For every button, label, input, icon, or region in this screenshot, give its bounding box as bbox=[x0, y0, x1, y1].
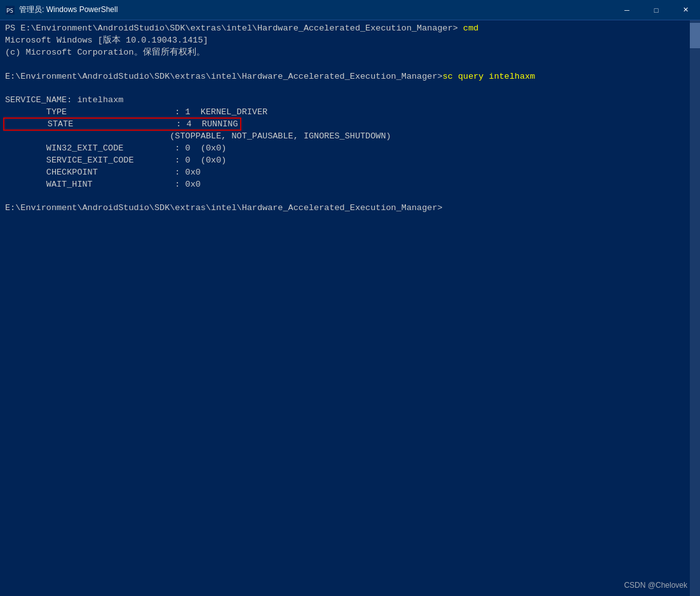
state-line: STATE : 4 RUNNING bbox=[5, 119, 239, 129]
scrollbar-thumb[interactable] bbox=[690, 23, 700, 48]
scrollbar[interactable] bbox=[690, 20, 700, 596]
prompt-line5: E:\Environment\AndroidStudio\SDK\extras\… bbox=[5, 72, 443, 81]
service-exit-code: SERVICE_EXIT_CODE : 0 (0x0) bbox=[5, 156, 226, 165]
window-title: 管理员: Windows PowerShell bbox=[19, 4, 118, 15]
cmd-query: sc query intelhaxm bbox=[443, 72, 535, 81]
prompt-line1: PS E:\Environment\AndroidStudio\SDK\extr… bbox=[5, 23, 463, 33]
final-prompt: E:\Environment\AndroidStudio\SDK\extras\… bbox=[5, 203, 443, 213]
window-controls: ─ □ ✕ bbox=[612, 0, 700, 20]
terminal-window: PS E:\Environment\AndroidStudio\SDK\extr… bbox=[0, 20, 700, 596]
svg-text:PS: PS bbox=[6, 8, 13, 14]
terminal-output: PS E:\Environment\AndroidStudio\SDK\extr… bbox=[5, 23, 695, 215]
minimize-button[interactable]: ─ bbox=[612, 0, 642, 20]
ms-copyright: (c) Microsoft Corporation。保留所有权利。 bbox=[5, 48, 205, 57]
restore-button[interactable]: □ bbox=[642, 0, 671, 20]
title-bar-left: PS 管理员: Windows PowerShell bbox=[5, 4, 118, 15]
windows-version: Microsoft Windows [版本 10.0.19043.1415] bbox=[5, 36, 208, 45]
title-bar: PS 管理员: Windows PowerShell ─ □ ✕ bbox=[0, 0, 700, 20]
stoppable-line: (STOPPABLE, NOT_PAUSABLE, IGNORES_SHUTDO… bbox=[5, 131, 391, 141]
type-line: TYPE : 1 KERNEL_DRIVER bbox=[5, 107, 267, 117]
service-name: SERVICE_NAME: intelhaxm bbox=[5, 95, 123, 105]
wait-hint: WAIT_HINT : 0x0 bbox=[5, 180, 201, 189]
state-highlight: STATE : 4 RUNNING bbox=[5, 119, 239, 129]
win32-exit-code: WIN32_EXIT_CODE : 0 (0x0) bbox=[5, 143, 226, 153]
close-button[interactable]: ✕ bbox=[671, 0, 700, 20]
powershell-icon: PS bbox=[5, 5, 15, 15]
checkpoint: CHECKPOINT : 0x0 bbox=[5, 168, 201, 177]
cmd-line1: cmd bbox=[463, 23, 478, 33]
watermark: CSDN @Chelovek bbox=[624, 581, 687, 590]
